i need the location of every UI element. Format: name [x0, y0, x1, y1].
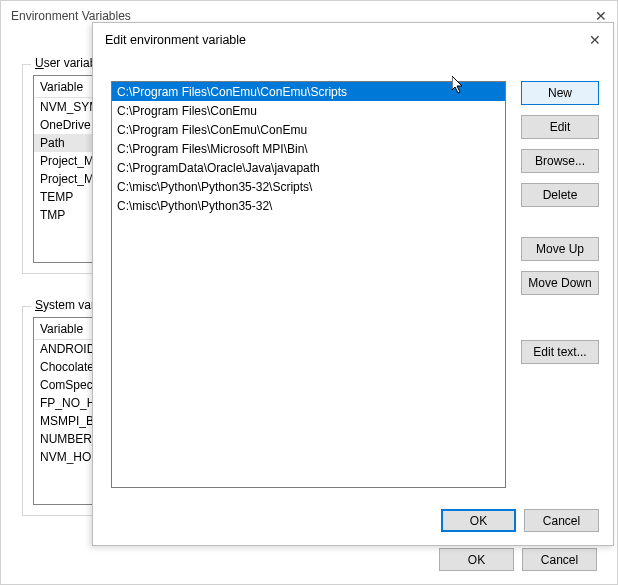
- list-item[interactable]: C:\Program Files\Microsoft MPI\Bin\: [112, 139, 505, 158]
- new-button[interactable]: New: [521, 81, 599, 105]
- list-item[interactable]: C:\ProgramData\Oracle\Java\javapath: [112, 158, 505, 177]
- list-item[interactable]: C:\misc\Python\Python35-32\: [112, 196, 505, 215]
- col-variable[interactable]: Variable: [34, 80, 89, 94]
- ok-button[interactable]: OK: [441, 509, 516, 532]
- front-title: Edit environment variable: [105, 33, 246, 47]
- edit-text-button[interactable]: Edit text...: [521, 340, 599, 364]
- path-entries-list[interactable]: C:\Program Files\ConEmu\ConEmu\ScriptsC:…: [111, 81, 506, 488]
- list-item[interactable]: C:\Program Files\ConEmu\ConEmu\Scripts: [112, 82, 505, 101]
- delete-button[interactable]: Delete: [521, 183, 599, 207]
- ok-button[interactable]: OK: [439, 548, 514, 571]
- list-item[interactable]: C:\Program Files\ConEmu: [112, 101, 505, 120]
- edit-environment-variable-dialog: Edit environment variable ✕ C:\Program F…: [92, 22, 614, 546]
- cancel-button[interactable]: Cancel: [522, 548, 597, 571]
- list-item[interactable]: C:\misc\Python\Python35-32\Scripts\: [112, 177, 505, 196]
- front-dialog-buttons: OK Cancel: [441, 509, 599, 532]
- back-title: Environment Variables: [11, 9, 131, 23]
- list-item[interactable]: C:\Program Files\ConEmu\ConEmu: [112, 120, 505, 139]
- cancel-button[interactable]: Cancel: [524, 509, 599, 532]
- front-titlebar: Edit environment variable ✕: [93, 23, 613, 57]
- side-buttons: New Edit Browse... Delete Move Up Move D…: [521, 81, 599, 364]
- move-down-button[interactable]: Move Down: [521, 271, 599, 295]
- close-icon[interactable]: ✕: [589, 32, 601, 48]
- edit-button[interactable]: Edit: [521, 115, 599, 139]
- col-variable[interactable]: Variable: [34, 322, 89, 336]
- browse-button[interactable]: Browse...: [521, 149, 599, 173]
- move-up-button[interactable]: Move Up: [521, 237, 599, 261]
- back-dialog-buttons: OK Cancel: [439, 548, 597, 571]
